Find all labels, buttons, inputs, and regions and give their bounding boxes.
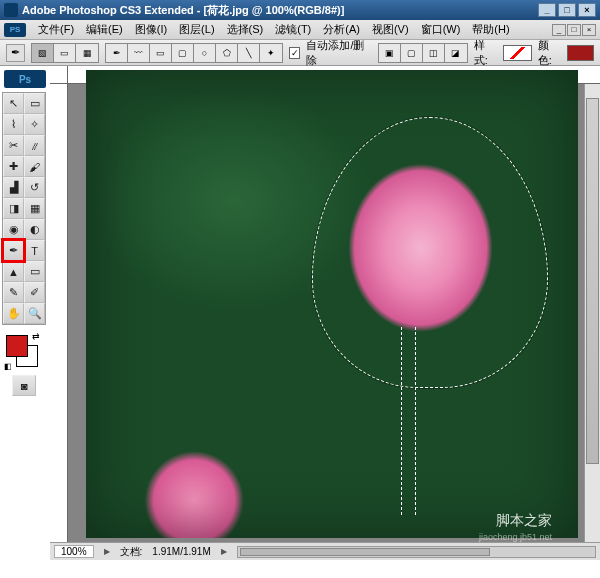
menu-window[interactable]: 窗口(W) bbox=[415, 22, 467, 37]
polygon-preset[interactable]: ⬠ bbox=[216, 44, 238, 62]
freeform-preset[interactable]: 〰 bbox=[128, 44, 150, 62]
path-subtract[interactable]: ▢ bbox=[401, 44, 423, 62]
path-intersect[interactable]: ◫ bbox=[423, 44, 445, 62]
menu-image[interactable]: 图像(I) bbox=[129, 22, 173, 37]
doc-size-value: 1.91M/1.91M bbox=[152, 546, 210, 557]
status-bar: 100% ▶ 文档: 1.91M/1.91M ▶ bbox=[50, 542, 600, 560]
path-selection-tool[interactable]: ▲ bbox=[3, 261, 24, 282]
scrollbar-thumb[interactable] bbox=[240, 548, 490, 556]
paths-mode[interactable]: ▭ bbox=[54, 44, 76, 62]
doc-close-button[interactable]: × bbox=[582, 24, 596, 36]
app-title: Adobe Photoshop CS3 Extended bbox=[22, 4, 194, 16]
watermark: 脚本之家 bbox=[496, 512, 552, 530]
options-bar: ✒ ▧ ▭ ▦ ✒ 〰 ▭ ▢ ○ ⬠ ╲ ✦ ✓ 自动添加/删除 ▣ ▢ ◫ … bbox=[0, 40, 600, 66]
marquee-tool[interactable]: ▭ bbox=[24, 93, 45, 114]
hand-tool[interactable]: ✋ bbox=[3, 303, 24, 324]
horizontal-scrollbar[interactable] bbox=[237, 546, 596, 558]
vertical-scrollbar[interactable] bbox=[584, 84, 600, 542]
auto-add-delete-checkbox[interactable]: ✓ bbox=[289, 47, 300, 59]
doc-maximize-button[interactable]: □ bbox=[567, 24, 581, 36]
style-label: 样式: bbox=[474, 38, 498, 68]
default-colors-icon[interactable]: ◧ bbox=[4, 362, 12, 371]
menu-bar: PS 文件(F) 编辑(E) 图像(I) 图层(L) 选择(S) 滤镜(T) 分… bbox=[0, 20, 600, 40]
pen-preset[interactable]: ✒ bbox=[106, 44, 128, 62]
shape-layers-mode[interactable]: ▧ bbox=[32, 44, 54, 62]
eraser-tool[interactable]: ◨ bbox=[3, 198, 24, 219]
zoom-tool[interactable]: 🔍 bbox=[24, 303, 45, 324]
minimize-button[interactable]: _ bbox=[538, 3, 556, 17]
move-tool[interactable]: ↖ bbox=[3, 93, 24, 114]
slice-tool[interactable]: ⫽ bbox=[24, 135, 45, 156]
dodge-tool[interactable]: ◐ bbox=[24, 219, 45, 240]
history-brush-tool[interactable]: ↺ bbox=[24, 177, 45, 198]
doc-title: [荷花.jpg @ 100%(RGB/8#)] bbox=[204, 3, 345, 18]
menu-view[interactable]: 视图(V) bbox=[366, 22, 415, 37]
menu-edit[interactable]: 编辑(E) bbox=[80, 22, 129, 37]
scrollbar-thumb[interactable] bbox=[586, 98, 599, 464]
doc-size-label: 文档: bbox=[120, 545, 143, 559]
line-preset[interactable]: ╲ bbox=[238, 44, 260, 62]
path-exclude[interactable]: ◪ bbox=[445, 44, 467, 62]
pen-mode-group: ▧ ▭ ▦ bbox=[31, 43, 99, 63]
menu-analysis[interactable]: 分析(A) bbox=[317, 22, 366, 37]
fill-color-swatch[interactable] bbox=[567, 45, 594, 61]
ruler-corner bbox=[50, 66, 68, 84]
style-swatch[interactable] bbox=[503, 45, 531, 61]
selection-marquee-stem bbox=[401, 327, 416, 514]
menu-help[interactable]: 帮助(H) bbox=[466, 22, 515, 37]
shape-presets-group: ✒ 〰 ▭ ▢ ○ ⬠ ╲ ✦ bbox=[105, 43, 283, 63]
workspace: Ps ↖▭⌇✧✂⫽✚🖌▟↺◨▦◉◐✒T▲▭✎✐✋🔍 ⇄ ◧ ◙ 脚本之家 jia… bbox=[0, 66, 600, 560]
fill-pixels-mode[interactable]: ▦ bbox=[76, 44, 98, 62]
rect-preset[interactable]: ▭ bbox=[150, 44, 172, 62]
maximize-button[interactable]: □ bbox=[558, 3, 576, 17]
brush-tool[interactable]: 🖌 bbox=[24, 156, 45, 177]
toolbox-badge-icon: Ps bbox=[4, 70, 46, 88]
crop-tool[interactable]: ✂ bbox=[3, 135, 24, 156]
foreground-color-swatch[interactable] bbox=[6, 335, 28, 357]
ellipse-preset[interactable]: ○ bbox=[194, 44, 216, 62]
healing-brush-tool[interactable]: ✚ bbox=[3, 156, 24, 177]
swap-colors-icon[interactable]: ⇄ bbox=[32, 331, 40, 341]
app-icon bbox=[4, 3, 18, 17]
close-button[interactable]: × bbox=[578, 3, 596, 17]
lasso-tool[interactable]: ⌇ bbox=[3, 114, 24, 135]
ruler-vertical[interactable] bbox=[50, 84, 68, 542]
menu-filter[interactable]: 滤镜(T) bbox=[269, 22, 317, 37]
zoom-level[interactable]: 100% bbox=[54, 545, 94, 558]
gradient-tool[interactable]: ▦ bbox=[24, 198, 45, 219]
menu-layer[interactable]: 图层(L) bbox=[173, 22, 220, 37]
auto-add-delete-label: 自动添加/删除 bbox=[306, 38, 371, 68]
color-pickers: ⇄ ◧ bbox=[2, 331, 46, 371]
magic-wand-tool[interactable]: ✧ bbox=[24, 114, 45, 135]
custom-shape-preset[interactable]: ✦ bbox=[260, 44, 282, 62]
window-titlebar: Adobe Photoshop CS3 Extended - [荷花.jpg @… bbox=[0, 0, 600, 20]
doc-minimize-button[interactable]: _ bbox=[552, 24, 566, 36]
shape-tool[interactable]: ▭ bbox=[24, 261, 45, 282]
canvas-panel: 脚本之家 jiaocheng.jb51.net 100% ▶ 文档: 1.91M… bbox=[50, 66, 600, 560]
quick-mask-toggle[interactable]: ◙ bbox=[12, 375, 36, 396]
current-tool-icon[interactable]: ✒ bbox=[6, 44, 25, 62]
rounded-rect-preset[interactable]: ▢ bbox=[172, 44, 194, 62]
toolbox: Ps ↖▭⌇✧✂⫽✚🖌▟↺◨▦◉◐✒T▲▭✎✐✋🔍 ⇄ ◧ ◙ bbox=[0, 66, 50, 560]
document-canvas[interactable]: 脚本之家 jiaocheng.jb51.net bbox=[86, 70, 578, 538]
status-arrow-icon[interactable]: ▶ bbox=[104, 547, 110, 556]
blur-tool[interactable]: ◉ bbox=[3, 219, 24, 240]
clone-stamp-tool[interactable]: ▟ bbox=[3, 177, 24, 198]
menu-select[interactable]: 选择(S) bbox=[221, 22, 270, 37]
menu-file[interactable]: 文件(F) bbox=[32, 22, 80, 37]
eyedropper-tool[interactable]: ✐ bbox=[24, 282, 45, 303]
selection-marquee bbox=[312, 117, 548, 388]
color-label: 颜色: bbox=[538, 38, 562, 68]
watermark-sub: jiaocheng.jb51.net bbox=[479, 532, 552, 542]
ps-badge-icon: PS bbox=[4, 23, 26, 37]
path-add[interactable]: ▣ bbox=[379, 44, 401, 62]
pen-tool[interactable]: ✒ bbox=[3, 240, 24, 261]
status-menu-icon[interactable]: ▶ bbox=[221, 547, 227, 556]
path-ops-group: ▣ ▢ ◫ ◪ bbox=[378, 43, 468, 63]
type-tool[interactable]: T bbox=[24, 240, 45, 261]
notes-tool[interactable]: ✎ bbox=[3, 282, 24, 303]
